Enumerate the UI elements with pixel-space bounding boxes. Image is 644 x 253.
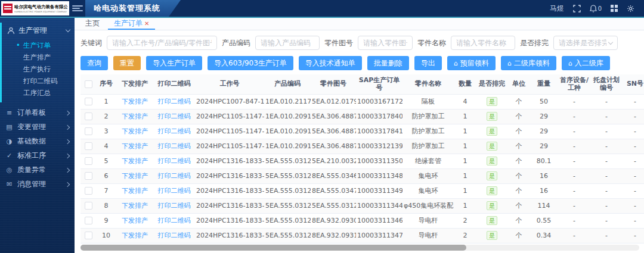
print-qrcode-link[interactable]: 打印二维码 xyxy=(158,157,191,165)
row-checkbox[interactable] xyxy=(85,142,92,150)
cell-pallet_no: - xyxy=(591,228,622,243)
close-icon[interactable]: ✕ xyxy=(144,20,149,27)
sidebar-item-质量异常[interactable]: ◎质量异常 xyxy=(0,163,75,177)
cell-work_no: 2024HPC1316-1833-2 xyxy=(195,183,264,198)
row-checkbox[interactable] xyxy=(85,187,92,195)
dispatch-link[interactable]: 下发排产 xyxy=(122,232,148,239)
cell-part_no: 5EA.306.4887 xyxy=(311,124,356,139)
reset-button[interactable]: 重置 xyxy=(113,56,141,70)
dispatch-link[interactable]: 下发排产 xyxy=(122,187,148,195)
part-drawing-input[interactable] xyxy=(358,36,413,50)
print-qrcode-link[interactable]: 打印二维码 xyxy=(158,187,191,195)
orders-table: 序号下发排产打印二维码工作号产品编码零件图号SAP生产订单号零件名称数量是否排完… xyxy=(80,74,639,243)
cell-part_name: φ450集电环装配 xyxy=(402,198,454,213)
cell-product_code: 5EA.555.0312 xyxy=(264,154,311,168)
dispatch-link[interactable]: 下发排产 xyxy=(122,127,148,135)
print-qrcode-link[interactable]: 打印二维码 xyxy=(158,113,191,120)
chevron-right-icon xyxy=(65,139,70,143)
app-title: 哈电动装管理系统 xyxy=(85,0,181,17)
part-name-label: 零件名称 xyxy=(417,38,446,48)
search-button[interactable]: 查询 xyxy=(80,56,108,70)
horizontal-scrollbar[interactable] xyxy=(80,245,639,251)
dispatch-link[interactable]: 下发排产 xyxy=(122,113,148,120)
table-row: 2下发排产打印二维码2024HPC1105-1147-21EA.010.2091… xyxy=(80,109,644,124)
fullscreen-icon[interactable] xyxy=(573,5,581,13)
dispatch-link[interactable]: 下发排产 xyxy=(122,202,148,210)
select-all-checkbox[interactable] xyxy=(85,80,92,88)
notification-bell-icon[interactable]: 0 xyxy=(590,5,602,13)
dispatch-link[interactable]: 下发排产 xyxy=(122,142,148,150)
cell-product_code: 5EA.555.0312 xyxy=(264,228,311,243)
sidebar-item-基础数据[interactable]: ◑基础数据 xyxy=(0,135,75,148)
batch-delete-button[interactable]: 批量删除 xyxy=(367,56,409,70)
cell-work_no: 2024HPC1316-1833-2 xyxy=(195,198,264,213)
settings-gear-icon[interactable] xyxy=(627,5,634,13)
row-checkbox[interactable] xyxy=(85,217,92,224)
tab-home[interactable]: 主页 xyxy=(79,18,106,30)
current-user[interactable]: 马煜 xyxy=(550,4,564,14)
print-qrcode-link[interactable]: 打印二维码 xyxy=(158,217,191,224)
print-qrcode-link[interactable]: 打印二维码 xyxy=(158,172,191,180)
secondary-in-button[interactable]: ⌂入二级库 xyxy=(562,56,610,70)
sidebar-item-订单看板[interactable]: ≡订单看板 xyxy=(0,106,75,120)
row-checkbox[interactable] xyxy=(85,127,92,135)
sidebar-item-生产执行[interactable]: 生产执行 xyxy=(2,63,75,75)
row-checkbox[interactable] xyxy=(85,113,92,120)
part-name-input[interactable] xyxy=(451,36,515,50)
sidebar-item-工序汇总[interactable]: 工序汇总 xyxy=(2,87,75,99)
row-checkbox[interactable] xyxy=(85,202,92,210)
row-checkbox[interactable] xyxy=(85,232,92,239)
scheduled-badge: 是 xyxy=(487,201,497,210)
keyword-input[interactable] xyxy=(107,36,217,50)
cell-part_name: 防护罩加工 xyxy=(402,124,454,139)
import-order-button[interactable]: 导入生产订单 xyxy=(146,56,202,70)
print-qrcode-link[interactable]: 打印二维码 xyxy=(158,98,191,105)
dispatch-link[interactable]: 下发排产 xyxy=(122,172,148,180)
print-qrcode-link[interactable]: 打印二维码 xyxy=(158,232,191,239)
import-603-button[interactable]: 导入603/903生产订单 xyxy=(208,56,293,70)
scrollbar-thumb[interactable] xyxy=(80,245,466,251)
cell-unit: 个 xyxy=(507,168,530,183)
app-window: 哈尔滨电气动力装备有限公司 HARBIN ELECTRIC POWER EQUI… xyxy=(0,0,644,253)
scheduled-select[interactable]: 请选择是否排完 xyxy=(553,36,618,50)
apps-grid-icon[interactable] xyxy=(611,5,618,12)
dispatch-link[interactable]: 下发排产 xyxy=(122,157,148,165)
print-qrcode-link[interactable]: 打印二维码 xyxy=(158,202,191,210)
cell-part_no: 5EA.306.4887 xyxy=(311,139,356,154)
sidebar-item-生产订单[interactable]: 生产订单 xyxy=(2,39,75,51)
secondary-pick-button[interactable]: ⌂二级库领料 xyxy=(501,56,556,70)
dispatch-link[interactable]: 下发排产 xyxy=(122,217,148,224)
sidebar-collapse-icon[interactable] xyxy=(72,0,83,17)
row-checkbox[interactable] xyxy=(85,157,92,165)
tab-production-orders[interactable]: 生产订单✕ xyxy=(108,18,155,30)
sidebar-group-production-header[interactable]: 生产管理 xyxy=(2,23,75,38)
table-body: 1下发排产打印二维码2024HPC1007-847-11EA.010.21175… xyxy=(80,94,644,243)
sidebar-item-标准工序[interactable]: ✓标准工序 xyxy=(0,149,75,163)
cell-sn: - xyxy=(622,168,644,183)
cell-seq: 8 xyxy=(96,198,116,213)
product-code-input[interactable] xyxy=(255,36,320,50)
row-checkbox[interactable] xyxy=(85,172,92,180)
cell-sn: - xyxy=(622,139,644,154)
cell-first_equip: - xyxy=(558,109,591,124)
cell-work_no: 2024HPC1007-847-1 xyxy=(195,94,264,109)
scheduled-label: 是否排完 xyxy=(520,38,549,48)
reserve-pick-button[interactable]: ⌂预留领料 xyxy=(447,56,496,70)
row-checkbox[interactable] xyxy=(85,98,92,105)
cell-weight: 0.34 xyxy=(530,228,558,243)
cell-qty: 1 xyxy=(454,139,476,154)
cell-first_equip: - xyxy=(558,94,591,109)
cell-sn: - xyxy=(622,109,644,124)
sidebar-item-生产排产[interactable]: 生产排产 xyxy=(2,51,75,63)
sidebar-item-打印二维码[interactable]: 打印二维码 xyxy=(2,75,75,87)
cell-pallet_no: - xyxy=(591,94,622,109)
dispatch-link[interactable]: 下发排产 xyxy=(122,98,148,105)
print-qrcode-link[interactable]: 打印二维码 xyxy=(158,142,191,150)
cell-sap_no: 10003311350 xyxy=(356,154,402,168)
cell-part_no: 8EA.932.0931 xyxy=(311,228,356,243)
sidebar-item-变更管理[interactable]: ▤变更管理 xyxy=(0,120,75,134)
export-button[interactable]: 导出 xyxy=(414,56,442,70)
print-qrcode-link[interactable]: 打印二维码 xyxy=(158,127,191,135)
import-tech-notice-button[interactable]: 导入技术通知单 xyxy=(299,56,362,70)
sidebar-item-消息管理[interactable]: ✉消息管理 xyxy=(0,177,75,191)
